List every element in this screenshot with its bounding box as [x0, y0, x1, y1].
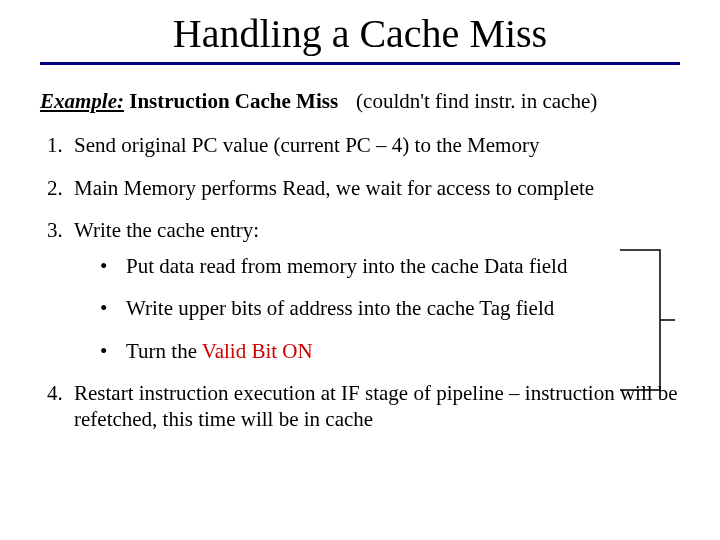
slide: Handling a Cache Miss Example: Instructi… — [0, 0, 720, 540]
step-3c-pre: Turn the — [126, 339, 202, 363]
step-3-text: Write the cache entry: — [74, 218, 259, 242]
slide-body: Example: Instruction Cache Miss(couldn't… — [40, 88, 690, 448]
step-2: Main Memory performs Read, we wait for a… — [68, 175, 690, 201]
example-bold: Instruction Cache Miss — [124, 89, 338, 113]
example-label: Example: — [40, 89, 124, 113]
step-3-sublist: Put data read from memory into the cache… — [74, 253, 690, 364]
step-3a: Put data read from memory into the cache… — [100, 253, 690, 279]
example-line: Example: Instruction Cache Miss(couldn't… — [40, 88, 690, 114]
step-3c: Turn the Valid Bit ON — [100, 338, 690, 364]
slide-title: Handling a Cache Miss — [0, 10, 720, 57]
title-underline — [40, 62, 680, 65]
step-3c-red: Valid Bit ON — [202, 339, 313, 363]
step-3b: Write upper bits of address into the cac… — [100, 295, 690, 321]
ordered-list: Send original PC value (current PC – 4) … — [40, 132, 690, 432]
step-1: Send original PC value (current PC – 4) … — [68, 132, 690, 158]
example-note: (couldn't find instr. in cache) — [356, 88, 597, 114]
step-4: Restart instruction execution at IF stag… — [68, 380, 690, 433]
step-3: Write the cache entry: Put data read fro… — [68, 217, 690, 364]
